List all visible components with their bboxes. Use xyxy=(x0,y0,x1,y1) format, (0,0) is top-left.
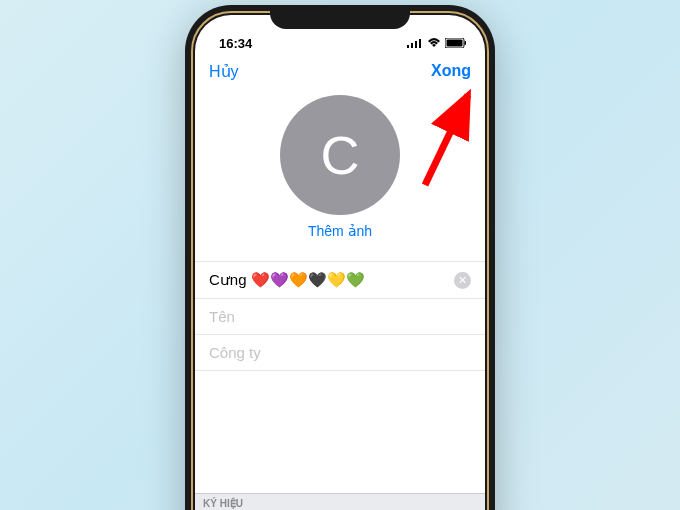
battery-icon xyxy=(445,36,467,51)
svg-rect-2 xyxy=(415,41,417,48)
last-name-field[interactable]: Tên xyxy=(195,298,485,334)
first-name-value: Cưng ❤️💜🧡🖤💛💚 xyxy=(209,271,454,289)
signal-icon xyxy=(407,36,423,51)
nav-bar: Hủy Xong xyxy=(195,53,485,89)
svg-rect-0 xyxy=(407,45,409,48)
keyboard-section-label: KÝ HIỆU xyxy=(195,494,485,510)
add-photo-button[interactable]: Thêm ảnh xyxy=(308,223,372,239)
emoji-keyboard: KÝ HIỆU ❤️💜💙💓✝✡☪♌🧡🖤💖💞☪🕎♈♍💛💚💕💘🕉☯♊♏ xyxy=(195,493,485,510)
company-placeholder: Công ty xyxy=(209,344,471,361)
screen: 16:34 Hủy Xong C Thêm ảnh Cưng ❤️💜� xyxy=(195,15,485,510)
cancel-button[interactable]: Hủy xyxy=(209,62,239,81)
svg-rect-6 xyxy=(465,41,467,45)
notch xyxy=(270,5,410,29)
contact-avatar[interactable]: C xyxy=(280,95,400,215)
avatar-section: C Thêm ảnh xyxy=(195,89,485,251)
svg-rect-3 xyxy=(419,39,421,48)
first-name-field[interactable]: Cưng ❤️💜🧡🖤💛💚 ✕ xyxy=(195,261,485,298)
svg-rect-5 xyxy=(447,40,463,47)
company-field[interactable]: Công ty xyxy=(195,334,485,371)
svg-rect-1 xyxy=(411,43,413,48)
clear-icon[interactable]: ✕ xyxy=(454,272,471,289)
last-name-placeholder: Tên xyxy=(209,308,471,325)
done-button[interactable]: Xong xyxy=(431,62,471,80)
status-indicators xyxy=(407,36,467,51)
status-time: 16:34 xyxy=(213,36,252,51)
wifi-icon xyxy=(427,36,441,51)
phone-frame: 16:34 Hủy Xong C Thêm ảnh Cưng ❤️💜� xyxy=(185,5,495,510)
